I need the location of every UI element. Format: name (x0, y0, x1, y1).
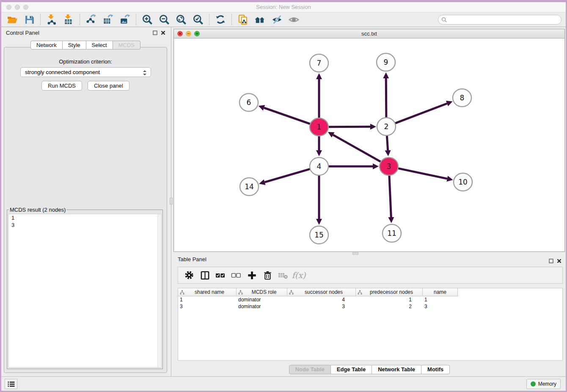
network-window-titlebar[interactable]: scc.txt (174, 29, 564, 39)
float-panel-icon[interactable] (153, 30, 157, 35)
select-all-rows-button[interactable] (214, 269, 227, 282)
minimize-window-button[interactable] (15, 5, 20, 10)
graph-edge-2-8[interactable] (395, 103, 447, 123)
graph-edge-2-9[interactable] (386, 78, 386, 118)
graph-edge-2-3[interactable] (387, 135, 388, 150)
result-scrollbar[interactable] (157, 214, 161, 367)
close-network-button[interactable] (177, 31, 183, 36)
titlebar: Session: New Session (1, 2, 566, 12)
tab-style[interactable]: Style (63, 41, 86, 50)
split-columns-icon (200, 271, 210, 280)
cell-shared-name: 3 (178, 303, 237, 310)
deselect-all-rows-button[interactable] (229, 269, 243, 282)
checked-boxes-icon (215, 270, 226, 280)
open-folder-icon (7, 14, 18, 25)
fx-icon: f(x) (292, 271, 306, 280)
table-settings-button[interactable] (182, 269, 196, 282)
graph-edge-arrowhead (385, 150, 391, 156)
add-column-button[interactable] (245, 269, 259, 282)
open-session-button[interactable] (4, 13, 21, 26)
import-network-button[interactable] (43, 13, 60, 26)
graph-edge-4-14[interactable] (264, 169, 310, 182)
trash-icon (263, 271, 272, 280)
zoom-fit-button[interactable] (173, 13, 190, 26)
zoom-selected-button[interactable] (190, 13, 206, 26)
column-header-mcds-role[interactable]: MCDS role (237, 288, 287, 296)
task-history-button[interactable] (5, 379, 17, 389)
minimize-network-button[interactable] (186, 31, 191, 36)
export-network-icon (85, 14, 96, 25)
float-panel-icon[interactable] (549, 259, 553, 263)
splitter-handle[interactable] (352, 252, 358, 255)
zoom-out-icon (159, 14, 170, 25)
toggle-panel-layout-button[interactable] (198, 269, 212, 282)
cell-name: 3 (423, 303, 458, 310)
graph-edge-3-10[interactable] (398, 168, 447, 179)
graph-edge-3-1[interactable] (333, 135, 381, 162)
export-table-button[interactable] (99, 13, 116, 26)
network-canvas[interactable]: 7968124314101511 (174, 39, 564, 251)
tab-select[interactable]: Select (86, 41, 113, 50)
first-neighbors-button[interactable] (251, 13, 268, 26)
vertical-splitter[interactable] (170, 27, 173, 376)
dropdown-stepper-icon (142, 69, 148, 76)
column-header-name[interactable]: name (423, 288, 458, 296)
node-table[interactable]: shared name MCDS role successor nodes (178, 288, 563, 361)
window-title: Session: New Session (1, 2, 566, 12)
tab-edge-table[interactable]: Edge Table (331, 365, 372, 374)
tab-motifs[interactable]: Motifs (421, 365, 450, 374)
control-panel: Control Panel Network Style Select MCDS … (1, 27, 170, 376)
memory-button[interactable]: Memory (526, 379, 561, 389)
table-toolbar: f(x) (178, 267, 563, 284)
graph-node-label: 8 (460, 94, 465, 102)
task-list-icon (8, 381, 15, 387)
tab-mcds[interactable]: MCDS (113, 41, 140, 50)
graph-edge-1-6[interactable] (264, 108, 311, 124)
eye-icon (288, 14, 300, 25)
export-network-button[interactable] (83, 13, 99, 26)
clone-network-button[interactable] (234, 13, 251, 26)
close-panel-button[interactable]: Close panel (88, 81, 129, 91)
export-image-button[interactable] (116, 13, 133, 26)
delete-column-button[interactable] (261, 269, 274, 282)
import-table-icon (63, 14, 74, 25)
run-mcds-button[interactable]: Run MCDS (41, 81, 82, 91)
criterion-dropdown[interactable]: strongly connected component (20, 67, 151, 77)
table-row[interactable]: 1 dominator 4 1 1 (178, 296, 458, 303)
horizontal-splitter[interactable] (173, 252, 566, 255)
graph-edge-arrowhead (373, 163, 379, 169)
graph-node-label: 4 (317, 162, 322, 171)
show-all-button[interactable] (285, 13, 302, 26)
maximize-network-button[interactable] (194, 31, 200, 36)
gear-icon (184, 271, 194, 280)
graph-edge-1-2[interactable] (328, 127, 370, 127)
save-session-button[interactable] (21, 13, 38, 26)
import-table-button[interactable] (60, 13, 77, 26)
close-window-button[interactable] (6, 5, 11, 10)
zoom-in-button[interactable] (139, 13, 156, 26)
hide-selected-button[interactable] (268, 13, 285, 26)
close-panel-icon[interactable] (161, 30, 165, 35)
zoom-out-button[interactable] (156, 13, 173, 26)
table-panel-tabs: Node Table Edge Table Network Table Moti… (173, 365, 566, 374)
column-header-predecessor-nodes[interactable]: predecessor nodes (356, 288, 423, 296)
graph-edge-arrowhead (259, 179, 265, 185)
tab-network[interactable]: Network (30, 41, 63, 50)
tab-node-table[interactable]: Node Table (289, 365, 331, 374)
toolbar-separator (209, 14, 209, 25)
table-row[interactable]: 3 dominator 3 2 3 (178, 303, 458, 310)
network-canvas-svg[interactable]: 7968124314101511 (174, 39, 564, 251)
maximize-window-button[interactable] (23, 5, 28, 10)
search-input[interactable] (438, 15, 561, 25)
attribute-type-icon (238, 290, 243, 295)
refresh-view-button[interactable] (212, 13, 229, 26)
column-header-shared-name[interactable]: shared name (178, 288, 237, 296)
graph-edge-3-11[interactable] (389, 175, 391, 217)
toolbar-separator (40, 14, 41, 25)
column-header-successor-nodes[interactable]: successor nodes (287, 288, 356, 296)
close-panel-icon[interactable] (557, 259, 561, 263)
mcds-result-list[interactable]: 1 3 (8, 214, 162, 368)
mcds-panel: Optimization criterion: strongly connect… (4, 47, 167, 373)
tab-network-table[interactable]: Network Table (372, 365, 421, 374)
splitter-handle[interactable] (170, 198, 173, 204)
